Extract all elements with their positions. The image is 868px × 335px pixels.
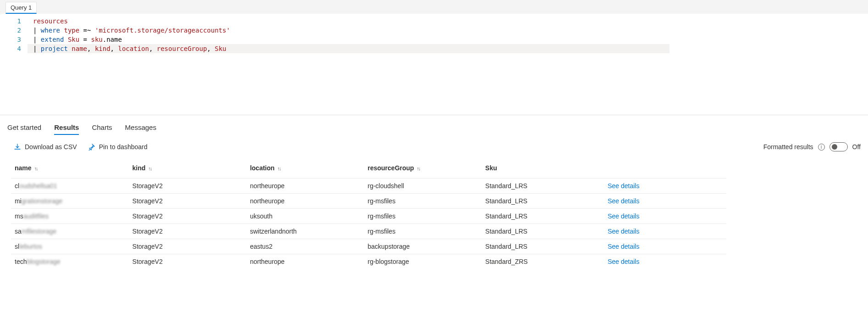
cell-kind: StorageV2 bbox=[129, 179, 247, 194]
sort-icon: ↑↓ bbox=[417, 166, 420, 171]
formatted-results-control: Formatted results i Off bbox=[763, 142, 861, 151]
see-details-link[interactable]: See details bbox=[608, 258, 639, 265]
tab-charts[interactable]: Charts bbox=[92, 123, 112, 135]
cell-resourcegroup: rg-cloudshell bbox=[364, 179, 482, 194]
see-details-link[interactable]: See details bbox=[608, 197, 639, 205]
cell-location: northeurope bbox=[246, 254, 364, 269]
tab-get-started[interactable]: Get started bbox=[7, 123, 41, 135]
cell-name: slleburtos bbox=[11, 239, 129, 254]
pin-dashboard-button[interactable]: Pin to dashboard bbox=[88, 143, 148, 151]
code-line[interactable]: | where type =~ 'microsoft.storage/stora… bbox=[28, 26, 230, 35]
col-header-resourcegroup[interactable]: resourceGroup ↑↓ bbox=[364, 160, 482, 179]
cell-resourcegroup: rg-blogstorage bbox=[364, 254, 482, 269]
table-row[interactable]: cloudshellsa01StorageV2northeuroperg-clo… bbox=[11, 179, 726, 194]
download-csv-label: Download as CSV bbox=[25, 143, 77, 151]
query-tab-1[interactable]: Query 1 bbox=[6, 2, 37, 14]
line-number: 4 bbox=[0, 44, 28, 53]
table-row[interactable]: migrationstorageStorageV2northeuroperg-m… bbox=[11, 194, 726, 209]
cell-resourcegroup: backupstorage bbox=[364, 239, 482, 254]
code-line[interactable]: | extend Sku = sku.name bbox=[28, 35, 122, 44]
formatted-results-label: Formatted results bbox=[763, 143, 813, 151]
cell-name: samfilestorage bbox=[11, 224, 129, 239]
code-editor[interactable]: 1resources2| where type =~ 'microsoft.st… bbox=[0, 14, 868, 115]
download-csv-button[interactable]: Download as CSV bbox=[14, 143, 77, 151]
sort-icon: ↑↓ bbox=[277, 166, 281, 171]
line-number: 2 bbox=[0, 26, 28, 35]
cell-sku: Standard_LRS bbox=[481, 239, 604, 254]
info-icon[interactable]: i bbox=[818, 144, 825, 151]
code-line[interactable]: resources bbox=[28, 17, 68, 26]
cell-name: msauditfiles bbox=[11, 209, 129, 224]
code-line[interactable]: | project name, kind, location, resource… bbox=[28, 44, 669, 53]
cell-location: northeurope bbox=[246, 194, 364, 209]
see-details-link[interactable]: See details bbox=[608, 243, 639, 250]
see-details-link[interactable]: See details bbox=[608, 212, 639, 220]
cell-resourcegroup: rg-msfiles bbox=[364, 209, 482, 224]
table-row[interactable]: techblogstorageStorageV2northeuroperg-bl… bbox=[11, 254, 726, 269]
table-row[interactable]: slleburtosStorageV2eastus2backupstorageS… bbox=[11, 239, 726, 254]
cell-location: eastus2 bbox=[246, 239, 364, 254]
cell-name: migrationstorage bbox=[11, 194, 129, 209]
query-tabstrip: Query 1 bbox=[0, 0, 868, 14]
tab-results[interactable]: Results bbox=[54, 123, 79, 135]
download-icon bbox=[14, 143, 21, 151]
sort-icon: ↑↓ bbox=[34, 166, 37, 171]
results-toolbar: Download as CSV Pin to dashboard Formatt… bbox=[0, 138, 868, 160]
cell-kind: StorageV2 bbox=[129, 239, 247, 254]
cell-location: switzerlandnorth bbox=[246, 224, 364, 239]
cell-sku: Standard_LRS bbox=[481, 209, 604, 224]
see-details-link[interactable]: See details bbox=[608, 182, 639, 190]
tab-messages[interactable]: Messages bbox=[125, 123, 156, 135]
see-details-link[interactable]: See details bbox=[608, 228, 639, 235]
results-tabstrip: Get started Results Charts Messages bbox=[0, 115, 868, 138]
cell-location: uksouth bbox=[246, 209, 364, 224]
cell-sku: Standard_LRS bbox=[481, 179, 604, 194]
cell-sku: Standard_LRS bbox=[481, 224, 604, 239]
table-row[interactable]: msauditfilesStorageV2uksouthrg-msfilesSt… bbox=[11, 209, 726, 224]
sort-icon: ↑↓ bbox=[148, 166, 151, 171]
cell-resourcegroup: rg-msfiles bbox=[364, 194, 482, 209]
line-number: 3 bbox=[0, 35, 28, 44]
results-table: name ↑↓ kind ↑↓ location ↑↓ resourceGrou… bbox=[11, 160, 726, 269]
cell-kind: StorageV2 bbox=[129, 194, 247, 209]
query-editor-panel: Query 1 1resources2| where type =~ 'micr… bbox=[0, 0, 868, 115]
line-number: 1 bbox=[0, 17, 28, 26]
pin-icon bbox=[88, 143, 95, 151]
cell-sku: Standard_ZRS bbox=[481, 254, 604, 269]
cell-sku: Standard_LRS bbox=[481, 194, 604, 209]
table-row[interactable]: samfilestorageStorageV2switzerlandnorthr… bbox=[11, 224, 726, 239]
col-header-sku[interactable]: Sku bbox=[481, 160, 604, 179]
formatted-results-state: Off bbox=[852, 143, 861, 151]
cell-location: northeurope bbox=[246, 179, 364, 194]
cell-kind: StorageV2 bbox=[129, 209, 247, 224]
col-header-location[interactable]: location ↑↓ bbox=[246, 160, 364, 179]
col-header-kind[interactable]: kind ↑↓ bbox=[129, 160, 247, 179]
pin-dashboard-label: Pin to dashboard bbox=[99, 143, 148, 151]
cell-kind: StorageV2 bbox=[129, 254, 247, 269]
cell-name: techblogstorage bbox=[11, 254, 129, 269]
cell-kind: StorageV2 bbox=[129, 224, 247, 239]
table-header-row: name ↑↓ kind ↑↓ location ↑↓ resourceGrou… bbox=[11, 160, 726, 179]
col-header-details bbox=[604, 160, 726, 179]
col-header-name[interactable]: name ↑↓ bbox=[11, 160, 129, 179]
cell-name: cloudshellsa01 bbox=[11, 179, 129, 194]
cell-resourcegroup: rg-msfiles bbox=[364, 224, 482, 239]
formatted-results-toggle[interactable] bbox=[829, 142, 848, 151]
